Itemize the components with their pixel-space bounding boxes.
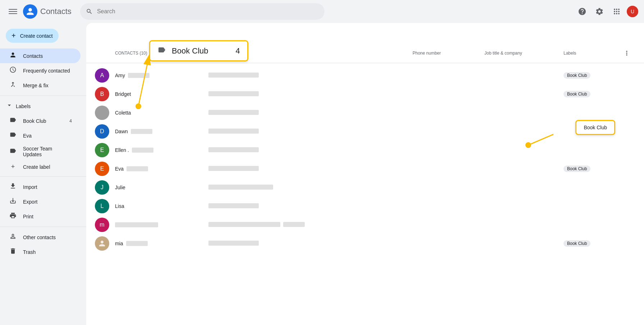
labels-section-title: Labels [16,103,31,109]
col-job: Job title & company [484,51,564,56]
search-bar[interactable] [80,3,325,20]
sidebar-item-print[interactable]: Print [0,209,80,224]
sidebar-item-book-club[interactable]: Book Club 4 [0,113,80,128]
book-club-callout-title: Book Club [172,46,208,56]
sidebar-item-eva[interactable]: Eva [0,128,80,143]
book-club-count: 4 [69,119,72,124]
contact-name: mia [115,241,208,246]
settings-button[interactable] [592,4,607,19]
labels-section-header[interactable]: Labels [0,99,86,113]
contact-name: Amy [115,73,208,78]
soccer-label: Soccer Team Updates [23,146,72,157]
table-row[interactable]: B Bridget Book Club [86,85,644,103]
col-phone: Phone number [413,51,484,56]
more-options-button[interactable] [621,47,632,59]
contact-email [208,129,413,135]
create-contact-button[interactable]: + Create contact [6,29,59,43]
contact-name: Eva [115,166,208,172]
avatar: A [95,68,109,83]
import-icon [9,182,17,191]
avatar: m [95,218,109,232]
create-label-button[interactable]: + Create label [0,160,80,173]
table-row[interactable]: D Dawn [86,122,644,141]
search-icon [86,8,93,15]
menu-icon[interactable] [6,4,20,19]
chevron-down-icon [6,102,13,111]
add-icon: + [12,32,16,40]
sidebar-item-contacts[interactable]: Contacts [0,48,80,63]
contact-labels: Book Club [564,166,621,172]
divider-3 [0,227,86,227]
avatar: J [95,180,109,195]
sidebar-item-soccer-team-updates[interactable]: Soccer Team Updates [0,143,80,160]
contact-email [208,110,413,116]
contact-name: Dawn [115,129,208,134]
print-label: Print [23,214,72,219]
table-row[interactable]: mia Book Club [86,234,644,253]
table-row[interactable]: J Julie [86,178,644,197]
clock-icon [9,66,17,75]
sidebar-item-export[interactable]: Export [0,194,80,209]
tooltip-text: Book Club [584,125,607,130]
trash-icon [9,247,17,256]
main-content: Book Club 4 CONTACTS (10) Email Phone nu… [86,23,644,325]
table-row[interactable]: L Lisa [86,197,644,215]
import-label: Import [23,184,72,190]
other-contacts-label: Other contacts [23,235,72,240]
avatar [95,236,109,251]
app-icon [23,4,37,19]
avatar [95,106,109,120]
avatar[interactable]: U [627,6,638,17]
col-labels: Labels [564,51,621,56]
merge-icon [9,81,17,90]
sidebar: + Create contact Contacts Frequently con… [0,23,86,325]
table-row[interactable]: m [86,215,644,234]
sidebar-item-merge-fix[interactable]: Merge & fix [0,78,80,93]
contact-name: Ellen . [115,147,208,153]
trash-label: Trash [23,249,72,255]
contact-email [208,73,413,79]
print-icon [9,212,17,221]
help-button[interactable] [575,4,589,19]
contact-labels: Book Club [564,240,621,247]
search-input[interactable] [97,8,319,15]
contact-name: Julie [115,185,208,190]
contact-labels: Book Club [564,91,621,97]
apps-button[interactable] [610,4,624,19]
contact-labels: Book Club [564,72,621,79]
sidebar-item-other-contacts[interactable]: Other contacts [0,230,80,245]
frequently-contacted-label: Frequently contacted [23,68,72,74]
book-club-callout-count: 4 [236,46,240,56]
app-title: Contacts [40,7,72,16]
avatar: B [95,87,109,101]
label-icon [9,116,17,125]
svg-rect-2 [9,13,17,14]
label-icon-eva [9,131,17,140]
table-row[interactable]: A Amy Book Club [86,66,644,85]
merge-fix-label: Merge & fix [23,83,72,88]
table-row[interactable]: E Eva Book Club [86,159,644,178]
contact-name: Lisa [115,203,208,209]
label-icon-soccer [9,147,17,156]
table-row[interactable]: Coletta [86,103,644,122]
export-label: Export [23,199,72,205]
avatar: D [95,124,109,139]
svg-rect-1 [9,11,17,12]
contact-name [115,222,208,227]
book-club-tooltip: Book Club [575,120,615,135]
export-icon [9,197,17,206]
eva-label: Eva [23,133,32,139]
avatar: E [95,162,109,176]
sidebar-item-import[interactable]: Import [0,180,80,194]
contact-name: Coletta [115,110,208,116]
table-row[interactable]: E Ellen . [86,141,644,159]
divider-2 [0,176,86,177]
contact-email [208,222,413,228]
contact-email [208,185,413,191]
add-label-icon: + [9,163,17,171]
label-callout-icon [157,46,166,56]
sidebar-item-frequently-contacted[interactable]: Frequently contacted [0,63,80,78]
person-icon [9,51,17,60]
contact-email [208,147,413,153]
sidebar-item-trash[interactable]: Trash [0,245,80,259]
